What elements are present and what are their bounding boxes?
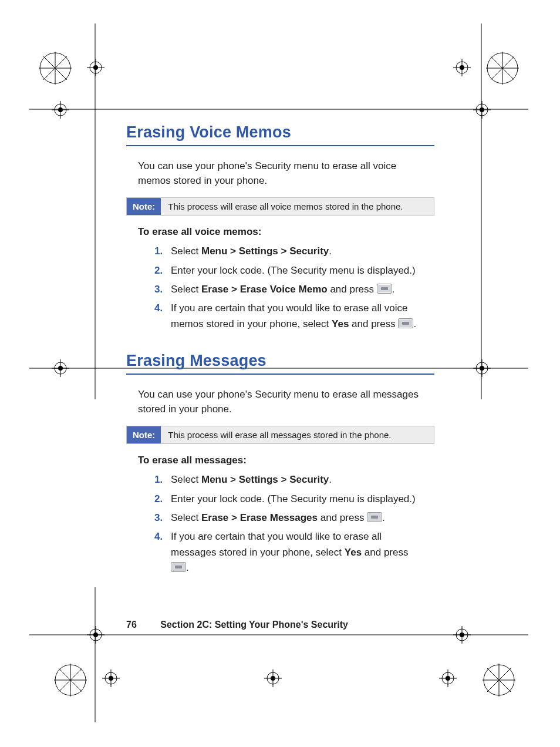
step-text: Enter your lock code. (The Security menu… [171,265,416,276]
registration-target-icon [52,101,69,119]
step-text: . [186,562,189,573]
intro-text: You can use your phone's Security menu t… [138,388,423,416]
registration-target-icon [102,669,120,687]
note-text: This process will erase all voice memos … [161,198,410,215]
steps-list: Select Menu > Settings > Security. Enter… [154,472,423,576]
registration-mark-icon [53,662,88,698]
phone-key-icon [171,562,186,572]
registration-target-icon [453,59,471,76]
registration-target-icon [473,359,491,377]
registration-mark-icon [485,51,520,86]
step-text: and press [318,512,367,523]
heading-rule [126,374,434,375]
step-item: Select Menu > Settings > Security. [154,472,423,487]
registration-target-icon [264,669,282,687]
note-label: Note: [127,198,161,215]
step-bold: Erase > Erase Messages [201,512,318,523]
registration-mark-icon [38,51,73,86]
steps-list: Select Menu > Settings > Security. Enter… [154,244,423,332]
registration-target-icon [439,669,457,687]
step-bold: Menu > Settings > Security [201,474,329,485]
step-text: Select [171,474,201,485]
step-item: If you are certain that you would like t… [154,529,423,576]
step-text: Select [171,245,201,257]
step-text: and press [362,547,408,558]
step-bold: Menu > Settings > Security [201,245,329,257]
registration-target-icon [87,59,104,76]
step-bold: Yes [332,318,349,329]
step-text: . [392,284,395,295]
note-label: Note: [127,426,161,443]
heading-rule [126,145,434,146]
sub-heading: To erase all voice memos: [138,226,423,238]
registration-target-icon [52,359,69,377]
step-text: and press [328,284,377,295]
phone-key-icon [367,512,382,522]
registration-mark-icon [481,662,517,698]
step-item: Select Menu > Settings > Security. [154,244,423,259]
heading-erasing-voice-memos: Erasing Voice Memos [126,123,434,142]
sub-heading: To erase all messages: [138,455,423,466]
note-box: Note: This process will erase all voice … [126,197,434,216]
step-item: If you are certain that you would like t… [154,301,423,332]
phone-key-icon [398,318,413,328]
step-item: Enter your lock code. (The Security menu… [154,263,423,278]
page-number: 76 [126,620,137,630]
note-box: Note: This process will erase all messag… [126,426,434,444]
registration-target-icon [87,626,104,644]
heading-erasing-messages: Erasing Messages [126,352,434,370]
step-bold: Yes [345,547,362,558]
step-text: Select [171,284,201,295]
step-text: Select [171,512,201,523]
step-item: Enter your lock code. (The Security menu… [154,492,423,507]
step-text: Enter your lock code. (The Security menu… [171,493,416,504]
step-item: Select Erase > Erase Voice Memo and pres… [154,282,423,297]
step-text: . [329,245,332,257]
step-bold: Erase > Erase Voice Memo [201,284,328,295]
step-item: Select Erase > Erase Messages and press … [154,510,423,526]
intro-text: You can use your phone's Security menu t… [138,159,423,188]
phone-key-icon [377,284,392,294]
registration-target-icon [453,626,471,644]
registration-target-icon [473,101,491,119]
step-text: . [329,474,332,485]
step-text: . [382,512,385,523]
page-footer: 76 Section 2C: Setting Your Phone's Secu… [126,620,348,630]
footer-section-label: Section 2C: Setting Your Phone's Securit… [160,620,348,630]
step-text: and press [349,318,398,329]
step-text: . [413,318,416,329]
note-text: This process will erase all messages sto… [161,426,398,443]
